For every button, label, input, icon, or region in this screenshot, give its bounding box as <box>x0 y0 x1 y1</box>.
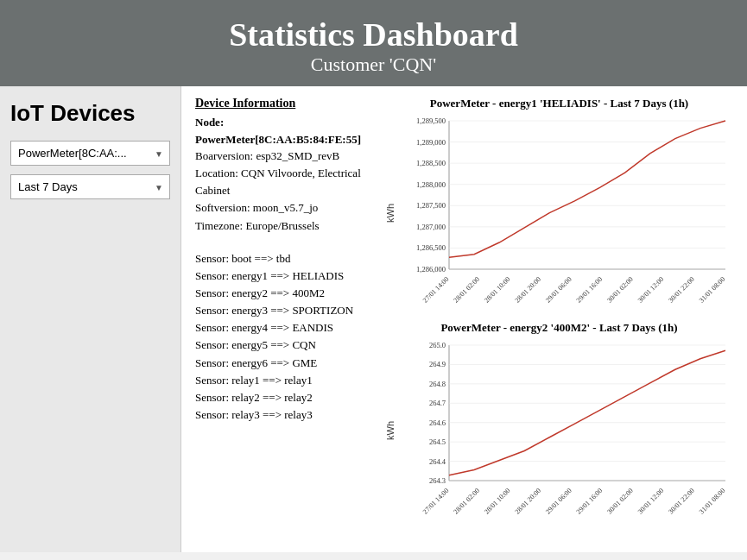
svg-text:1,287,500: 1,287,500 <box>416 201 446 210</box>
svg-text:1,289,000: 1,289,000 <box>416 138 446 147</box>
sensor-item: Sensor: relay1 ==> relay1 <box>195 372 377 389</box>
svg-text:264.6: 264.6 <box>429 418 446 427</box>
sensor-item: Sensor: relay2 ==> relay2 <box>195 389 377 406</box>
node-value: PowerMeter[8C:AA:B5:84:FE:55] <box>195 133 361 146</box>
svg-text:1,288,000: 1,288,000 <box>416 180 446 189</box>
svg-text:265.0: 265.0 <box>429 341 446 349</box>
device-info-title: Device Information <box>195 97 377 110</box>
chart-svg-wrapper-1: 264.3 264.4 264.5 264.6 264.7 264.8 264.… <box>397 338 733 524</box>
svg-text:27/01 14:00: 27/01 14:00 <box>421 487 451 516</box>
chart-title-0: PowerMeter - energy1 'HELIADIS' - Last 7… <box>385 97 733 110</box>
svg-text:30/01 12:00: 30/01 12:00 <box>636 275 666 305</box>
chart-title-1: PowerMeter - energy2 '400M2' - Last 7 Da… <box>385 321 733 335</box>
sensor-item: Sensor: energy5 ==> CQN <box>195 337 377 354</box>
sensor-item: Sensor: energy1 ==> HELIADIS <box>195 267 377 285</box>
sensor-list: Sensor: boot ==> tbdSensor: energy1 ==> … <box>195 250 377 424</box>
y-label-1: kWh <box>385 338 396 524</box>
svg-text:29/01 06:00: 29/01 06:00 <box>544 275 573 305</box>
svg-text:30/01 12:00: 30/01 12:00 <box>636 487 666 516</box>
chart-0: PowerMeter - energy1 'HELIADIS' - Last 7… <box>385 97 733 312</box>
sidebar-title: IoT Devices <box>10 100 170 127</box>
svg-text:264.9: 264.9 <box>429 360 446 368</box>
svg-text:264.7: 264.7 <box>429 399 446 407</box>
time-selector[interactable]: Last 7 Days Last 30 Days Last Day <box>10 174 170 199</box>
device-info-section: Device Information Node: PowerMeter[8C:A… <box>195 97 385 532</box>
svg-text:28/01 02:00: 28/01 02:00 <box>452 275 481 305</box>
header: Statistics Dashboard Customer 'CQN' <box>0 0 747 86</box>
device-field: Location: CQN Vilvoorde, Electrical Cabi… <box>195 165 377 199</box>
y-label-0: kWh <box>385 114 396 312</box>
svg-text:1,288,500: 1,288,500 <box>416 159 446 167</box>
chart-svg-wrapper-0: 1,286,000 1,286,500 1,287,000 1,287,500 … <box>397 114 733 312</box>
node-label: Node: <box>195 116 224 129</box>
svg-text:31/01 08:00: 31/01 08:00 <box>698 275 727 305</box>
svg-text:29/01 06:00: 29/01 06:00 <box>544 487 573 516</box>
sensor-item: Sensor: energy3 ==> SPORTIZON <box>195 302 377 319</box>
charts-container: PowerMeter - energy1 'HELIADIS' - Last 7… <box>385 97 733 524</box>
sensor-item: Sensor: boot ==> tbd <box>195 250 377 267</box>
charts-section: PowerMeter - energy1 'HELIADIS' - Last 7… <box>385 97 733 532</box>
svg-text:30/01 22:00: 30/01 22:00 <box>667 487 696 516</box>
device-selector-wrapper[interactable]: PowerMeter[8C:AA:... <box>10 141 170 166</box>
device-field: Boarversion: esp32_SMD_revB <box>195 148 377 165</box>
svg-text:1,286,500: 1,286,500 <box>416 243 446 252</box>
main-panel: Device Information Node: PowerMeter[8C:A… <box>181 86 747 552</box>
svg-text:1,286,000: 1,286,000 <box>416 265 446 274</box>
svg-text:28/01 10:00: 28/01 10:00 <box>483 487 512 516</box>
svg-text:30/01 02:00: 30/01 02:00 <box>605 275 635 305</box>
svg-text:27/01 14:00: 27/01 14:00 <box>421 275 451 305</box>
svg-text:1,289,500: 1,289,500 <box>416 116 446 125</box>
page-subtitle: Customer 'CQN' <box>0 53 747 76</box>
svg-text:28/01 02:00: 28/01 02:00 <box>452 487 481 516</box>
sensor-item: Sensor: energy2 ==> 400M2 <box>195 285 377 302</box>
time-selector-wrapper[interactable]: Last 7 Days Last 30 Days Last Day <box>10 174 170 199</box>
device-field: Timezone: Europe/Brussels <box>195 217 377 235</box>
chart-1: PowerMeter - energy2 '400M2' - Last 7 Da… <box>385 321 733 524</box>
chart-svg-0: 1,286,000 1,286,500 1,287,000 1,287,500 … <box>397 114 733 312</box>
svg-text:28/01 20:00: 28/01 20:00 <box>514 275 543 305</box>
svg-text:264.4: 264.4 <box>429 457 446 466</box>
device-field: Softversion: moon_v5.7_jo <box>195 199 377 217</box>
svg-text:29/01 16:00: 29/01 16:00 <box>575 487 605 516</box>
svg-text:30/01 22:00: 30/01 22:00 <box>667 275 696 305</box>
device-fields: Boarversion: esp32_SMD_revBLocation: CQN… <box>195 148 377 235</box>
chart-svg-1: 264.3 264.4 264.5 264.6 264.7 264.8 264.… <box>397 338 733 524</box>
device-selector[interactable]: PowerMeter[8C:AA:... <box>10 141 170 166</box>
svg-text:1,287,000: 1,287,000 <box>416 223 446 231</box>
svg-text:264.5: 264.5 <box>429 437 446 446</box>
sensor-item: Sensor: energy6 ==> GME <box>195 355 377 372</box>
svg-text:28/01 20:00: 28/01 20:00 <box>514 487 543 516</box>
svg-text:28/01 10:00: 28/01 10:00 <box>483 275 512 305</box>
chart-area-1: kWh 264.3 264.4 264.5 264.6 264.7 264.8 … <box>385 338 733 524</box>
svg-text:30/01 02:00: 30/01 02:00 <box>605 487 635 516</box>
svg-text:264.3: 264.3 <box>429 476 446 485</box>
chart-area-0: kWh 1,286,000 1,286,500 1,287,000 1,287,… <box>385 114 733 312</box>
sidebar: IoT Devices PowerMeter[8C:AA:... Last 7 … <box>0 86 181 552</box>
svg-text:264.8: 264.8 <box>429 380 446 388</box>
svg-text:29/01 16:00: 29/01 16:00 <box>575 275 605 305</box>
sensor-item: Sensor: energy4 ==> EANDIS <box>195 319 377 337</box>
sensor-item: Sensor: relay3 ==> relay3 <box>195 406 377 424</box>
svg-text:31/01 08:00: 31/01 08:00 <box>698 487 727 516</box>
page-title: Statistics Dashboard <box>0 16 747 53</box>
